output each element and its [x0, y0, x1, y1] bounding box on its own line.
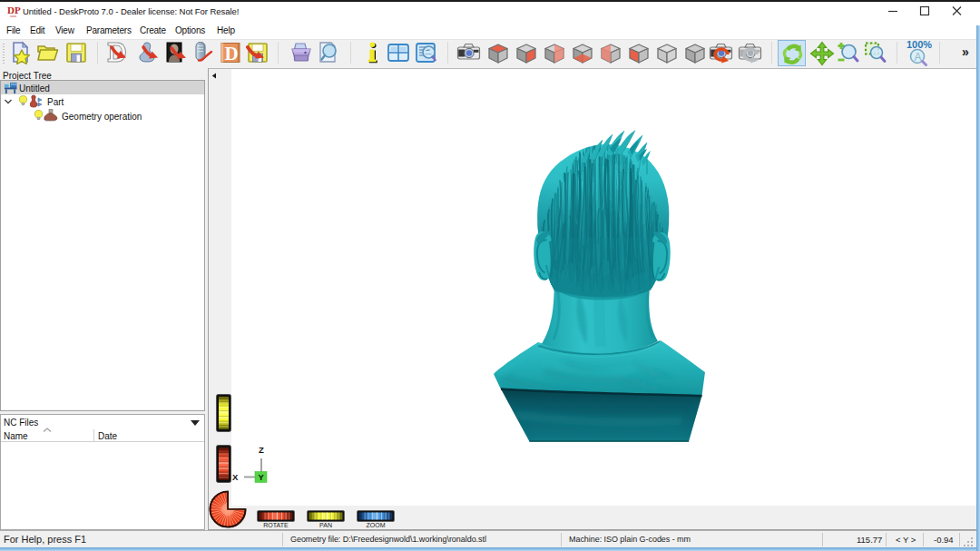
svg-text:Z: Z	[259, 445, 264, 455]
svg-text:X: X	[232, 472, 239, 482]
svg-text:ssss: ssss	[10, 14, 16, 18]
svg-text:Y: Y	[259, 472, 265, 482]
svg-text:D: D	[225, 43, 239, 64]
svg-text:A: A	[915, 51, 922, 64]
svg-text:100%: 100%	[906, 40, 932, 50]
